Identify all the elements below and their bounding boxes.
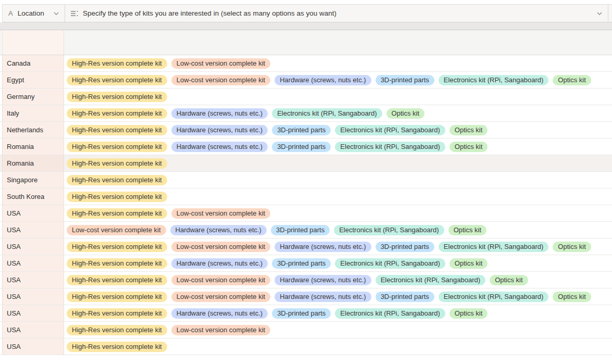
kits-cell[interactable]: High-Res version complete kitLow-cost ve… — [64, 55, 612, 71]
table-row: USA High-Res version complete kitHardwar… — [0, 255, 612, 272]
field-header-kits[interactable]: Specify the type of kits you are interes… — [65, 5, 608, 22]
chevron-down-icon[interactable] — [53, 11, 59, 16]
location-cell[interactable]: USA — [2, 205, 64, 221]
empty-kits-cell[interactable] — [64, 30, 612, 55]
chevron-down-icon[interactable] — [596, 11, 603, 16]
table-row: Romania High-Res version complete kitHar… — [0, 139, 612, 155]
kits-cell[interactable]: High-Res version complete kitLow-cost ve… — [64, 272, 612, 288]
kit-badge: 3D-printed parts — [271, 225, 330, 235]
kits-cell[interactable]: High-Res version complete kitHardware (s… — [64, 105, 612, 121]
kits-cell[interactable]: High-Res version complete kitLow-cost ve… — [64, 288, 612, 305]
table-row: Germany High-Res version complete kit — [0, 89, 612, 105]
kits-cell[interactable]: Low-cost version complete kitHardware (s… — [64, 222, 612, 238]
location-cell[interactable]: Germany — [2, 89, 64, 105]
kit-badge: 3D-printed parts — [376, 292, 434, 302]
kit-badge: Low-cost version complete kit — [171, 275, 271, 285]
location-cell[interactable]: USA — [2, 222, 64, 238]
kit-badge: Optics kit — [449, 142, 488, 152]
table-row: USA High-Res version complete kitLow-cos… — [0, 272, 612, 288]
kit-badge: High-Res version complete kit — [67, 275, 167, 285]
location-cell[interactable]: USA — [2, 255, 64, 271]
kit-badge: Electronics kit (RPi, Sangaboard) — [335, 142, 445, 152]
empty-location-cell[interactable] — [2, 30, 64, 55]
text-field-icon: A — [8, 9, 13, 17]
kits-cell[interactable]: High-Res version complete kitLow-cost ve… — [64, 205, 612, 221]
kit-badge: Optics kit — [449, 258, 488, 269]
kit-badge: Optics kit — [553, 292, 591, 302]
kit-badge: Hardware (screws, nuts etc.) — [171, 125, 268, 135]
kit-badge: Optics kit — [448, 225, 486, 235]
kits-cell[interactable]: High-Res version complete kit — [64, 89, 612, 105]
location-cell[interactable]: Singapore — [2, 172, 64, 188]
kit-badge: Low-cost version complete kit — [171, 292, 271, 302]
location-cell[interactable]: Romania — [2, 155, 64, 171]
records-grid: Canada High-Res version complete kitLow-… — [0, 30, 612, 355]
kits-cell[interactable]: High-Res version complete kitLow-cost ve… — [64, 72, 612, 88]
kit-badge: Hardware (screws, nuts etc.) — [274, 292, 371, 302]
kit-badge: Hardware (screws, nuts etc.) — [171, 142, 268, 152]
kit-badge: Optics kit — [449, 308, 488, 319]
kit-badge: Electronics kit (RPi, Sangaboard) — [439, 292, 548, 302]
kit-badge: High-Res version complete kit — [67, 158, 167, 169]
field-header-location-label: Location — [18, 9, 44, 17]
location-cell[interactable]: USA — [2, 322, 64, 338]
table-row: South Korea High-Res version complete ki… — [0, 189, 612, 205]
location-cell[interactable]: Italy — [2, 105, 64, 121]
kit-badge: High-Res version complete kit — [67, 192, 167, 202]
kit-badge: Hardware (screws, nuts etc.) — [171, 308, 268, 319]
location-cell[interactable]: USA — [2, 272, 64, 288]
kit-badge: Optics kit — [449, 125, 488, 135]
kits-cell[interactable]: High-Res version complete kitHardware (s… — [64, 305, 612, 321]
kit-badge: Electronics kit (RPi, Sangaboard) — [335, 258, 445, 269]
kits-cell[interactable]: High-Res version complete kitHardware (s… — [64, 255, 612, 271]
kit-badge: 3D-printed parts — [272, 308, 331, 319]
kit-badge: Optics kit — [553, 242, 591, 252]
kit-badge: Hardware (screws, nuts etc.) — [171, 258, 268, 269]
table-row: USA High-Res version complete kitLow-cos… — [0, 205, 612, 222]
kits-cell[interactable]: High-Res version complete kit — [64, 189, 612, 205]
kit-badge: Optics kit — [490, 275, 528, 285]
kits-cell[interactable]: High-Res version complete kitHardware (s… — [64, 139, 612, 155]
kit-badge: High-Res version complete kit — [67, 92, 167, 102]
kit-badge: Hardware (screws, nuts etc.) — [274, 242, 371, 252]
kit-badge: Low-cost version complete kit — [171, 242, 271, 252]
table-row: USA High-Res version complete kitLow-cos… — [0, 322, 612, 338]
kit-badge: 3D-printed parts — [376, 242, 434, 252]
kit-badge: Low-cost version complete kit — [171, 325, 271, 335]
kit-badge: Low-cost version complete kit — [171, 208, 271, 219]
kit-badge: 3D-printed parts — [272, 258, 331, 269]
table-row: Singapore High-Res version complete kit — [0, 172, 612, 189]
kits-cell[interactable]: High-Res version complete kitLow-cost ve… — [64, 239, 612, 255]
location-cell[interactable]: USA — [2, 288, 64, 305]
kit-badge: High-Res version complete kit — [67, 308, 167, 319]
kit-badge: High-Res version complete kit — [67, 58, 167, 69]
kit-badge: Low-cost version complete kit — [171, 75, 271, 85]
field-header-location[interactable]: A Location — [3, 5, 65, 22]
kit-badge: High-Res version complete kit — [67, 142, 167, 152]
table-row: Egypt High-Res version complete kitLow-c… — [0, 72, 612, 89]
kits-cell[interactable]: High-Res version complete kit — [64, 338, 612, 355]
location-cell[interactable]: Netherlands — [2, 122, 64, 138]
kit-badge: Hardware (screws, nuts etc.) — [171, 108, 268, 119]
location-cell[interactable]: USA — [2, 338, 64, 355]
location-cell[interactable]: Egypt — [2, 72, 64, 88]
table-row: USA High-Res version complete kitLow-cos… — [0, 288, 612, 305]
table-row: USA High-Res version complete kitLow-cos… — [0, 239, 612, 255]
location-cell[interactable]: Romania — [2, 139, 64, 155]
kit-badge: Hardware (screws, nuts etc.) — [274, 275, 371, 285]
location-cell[interactable]: USA — [2, 239, 64, 255]
kit-badge: High-Res version complete kit — [67, 108, 167, 119]
location-cell[interactable]: South Korea — [2, 189, 64, 205]
kit-badge: Optics kit — [386, 108, 424, 119]
kits-cell[interactable]: High-Res version complete kit — [64, 172, 612, 188]
kit-badge: High-Res version complete kit — [67, 242, 167, 252]
location-cell[interactable]: Canada — [2, 55, 64, 71]
kits-cell[interactable]: High-Res version complete kit — [64, 155, 612, 171]
kits-cell[interactable]: High-Res version complete kitLow-cost ve… — [64, 322, 612, 338]
kits-cell[interactable]: High-Res version complete kitHardware (s… — [64, 122, 612, 138]
kit-badge: 3D-printed parts — [272, 125, 331, 135]
kit-badge: High-Res version complete kit — [67, 325, 167, 335]
location-cell[interactable]: USA — [2, 305, 64, 321]
kit-badge: Low-cost version complete kit — [171, 58, 271, 69]
field-header-bar: A Location Specify the type of kits you … — [2, 4, 612, 22]
